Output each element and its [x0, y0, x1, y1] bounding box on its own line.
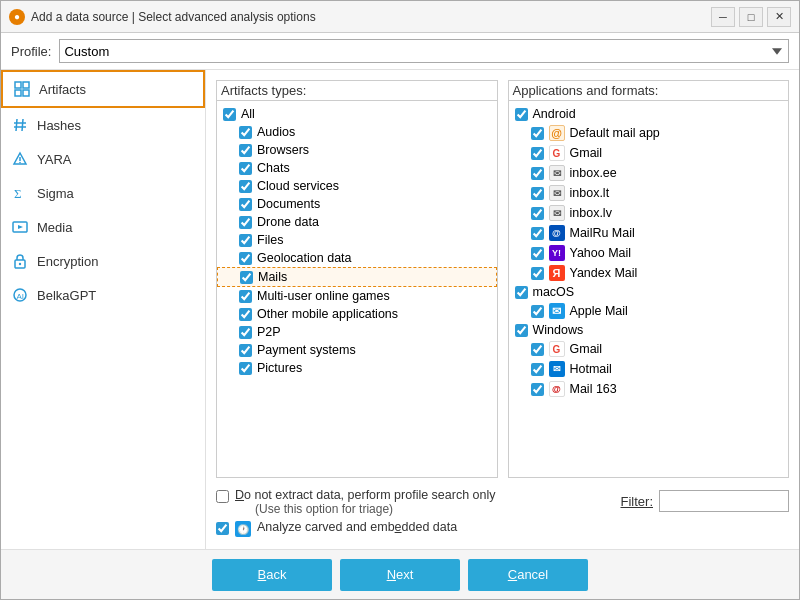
- artifacts-checkbox-other-mobile[interactable]: [239, 308, 252, 321]
- artifacts-item-files[interactable]: Files: [217, 231, 497, 249]
- apps-item-gmail-android[interactable]: G Gmail: [509, 143, 789, 163]
- artifacts-checkbox-p2p[interactable]: [239, 326, 252, 339]
- artifacts-item-chats[interactable]: Chats: [217, 159, 497, 177]
- artifacts-item-p2p[interactable]: P2P: [217, 323, 497, 341]
- maximize-button[interactable]: □: [739, 7, 763, 27]
- svg-text:AI: AI: [17, 292, 25, 301]
- close-button[interactable]: ✕: [767, 7, 791, 27]
- right-panel: Artifacts types: All Audios: [206, 70, 799, 549]
- apps-item-yahoo[interactable]: Y! Yahoo Mail: [509, 243, 789, 263]
- artifacts-checkbox-chats[interactable]: [239, 162, 252, 175]
- artifacts-item-audios[interactable]: Audios: [217, 123, 497, 141]
- artifacts-item-cloud[interactable]: Cloud services: [217, 177, 497, 195]
- artifacts-types-scroll[interactable]: All Audios Browsers Chats: [217, 101, 497, 477]
- apps-checkbox-default-mail[interactable]: [531, 127, 544, 140]
- apps-group-windows[interactable]: Windows: [509, 321, 789, 339]
- apps-checkbox-macos[interactable]: [515, 286, 528, 299]
- analyze-carved-row[interactable]: 🕐 Analyze carved and embedded data: [216, 518, 611, 539]
- apps-checkbox-hotmail[interactable]: [531, 363, 544, 376]
- apps-item-inbox-lt[interactable]: ✉ inbox.lt: [509, 183, 789, 203]
- clock-icon: 🕐: [235, 521, 251, 537]
- filter-input[interactable]: [659, 490, 789, 512]
- mail163-icon: @: [549, 381, 565, 397]
- artifacts-item-all[interactable]: All: [217, 105, 497, 123]
- do-not-extract-sublabel: (Use this option for triage): [255, 502, 496, 516]
- artifacts-checkbox-geolocation[interactable]: [239, 252, 252, 265]
- apps-formats-panel: Applications and formats: Android @ Defa…: [508, 80, 790, 478]
- artifacts-checkbox-payment[interactable]: [239, 344, 252, 357]
- artifacts-checkbox-audios[interactable]: [239, 126, 252, 139]
- apps-item-hotmail[interactable]: ✉ Hotmail: [509, 359, 789, 379]
- do-not-extract-checkbox[interactable]: [216, 490, 229, 503]
- apps-formats-header: Applications and formats:: [509, 81, 789, 101]
- sidebar-item-sigma[interactable]: Σ Sigma: [1, 176, 205, 210]
- sidebar: Artifacts Hashes: [1, 70, 206, 549]
- artifacts-item-drone[interactable]: Drone data: [217, 213, 497, 231]
- artifacts-item-geolocation[interactable]: Geolocation data: [217, 249, 497, 267]
- sidebar-item-media[interactable]: Media: [1, 210, 205, 244]
- apps-item-inbox-lv[interactable]: ✉ inbox.lv: [509, 203, 789, 223]
- lock-icon: [11, 252, 29, 270]
- apps-checkbox-gmail-android[interactable]: [531, 147, 544, 160]
- profile-label: Profile:: [11, 44, 51, 59]
- apps-checkbox-inbox-lv[interactable]: [531, 207, 544, 220]
- apps-checkbox-yandex[interactable]: [531, 267, 544, 280]
- sidebar-item-yara[interactable]: YARA: [1, 142, 205, 176]
- artifacts-item-other-mobile[interactable]: Other mobile applications: [217, 305, 497, 323]
- apps-item-yandex[interactable]: Я Yandex Mail: [509, 263, 789, 283]
- apps-item-default-mail[interactable]: @ Default mail app: [509, 123, 789, 143]
- apps-formats-scroll[interactable]: Android @ Default mail app G Gmail: [509, 101, 789, 477]
- grid-icon: [13, 80, 31, 98]
- sidebar-item-artifacts[interactable]: Artifacts: [1, 70, 205, 108]
- sidebar-label-hashes: Hashes: [37, 118, 81, 133]
- back-button[interactable]: Back: [212, 559, 332, 591]
- apps-item-gmail-windows[interactable]: G Gmail: [509, 339, 789, 359]
- artifacts-checkbox-cloud[interactable]: [239, 180, 252, 193]
- app-icon: ●: [9, 9, 25, 25]
- apps-checkbox-apple-mail[interactable]: [531, 305, 544, 318]
- artifacts-item-multiuser[interactable]: Multi-user online games: [217, 287, 497, 305]
- artifacts-item-pictures[interactable]: Pictures: [217, 359, 497, 377]
- artifacts-item-browsers[interactable]: Browsers: [217, 141, 497, 159]
- apps-group-android[interactable]: Android: [509, 105, 789, 123]
- artifacts-item-mails[interactable]: Mails: [217, 267, 497, 287]
- minimize-button[interactable]: ─: [711, 7, 735, 27]
- yahoo-icon: Y!: [549, 245, 565, 261]
- sidebar-item-belkagpt[interactable]: AI BelkaGPT: [1, 278, 205, 312]
- artifacts-item-documents[interactable]: Documents: [217, 195, 497, 213]
- next-button[interactable]: Next: [340, 559, 460, 591]
- apps-checkbox-inbox-ee[interactable]: [531, 167, 544, 180]
- apps-item-inbox-ee[interactable]: ✉ inbox.ee: [509, 163, 789, 183]
- artifacts-checkbox-drone[interactable]: [239, 216, 252, 229]
- apps-item-mail163[interactable]: @ Mail 163: [509, 379, 789, 399]
- media-icon: [11, 218, 29, 236]
- artifacts-checkbox-browsers[interactable]: [239, 144, 252, 157]
- apps-item-apple-mail[interactable]: ✉ Apple Mail: [509, 301, 789, 321]
- apps-checkbox-gmail-windows[interactable]: [531, 343, 544, 356]
- apps-checkbox-windows[interactable]: [515, 324, 528, 337]
- do-not-extract-row[interactable]: Do not extract data, perform profile sea…: [216, 486, 611, 518]
- apps-group-macos[interactable]: macOS: [509, 283, 789, 301]
- apps-checkbox-yahoo[interactable]: [531, 247, 544, 260]
- apps-checkbox-inbox-lt[interactable]: [531, 187, 544, 200]
- sidebar-label-artifacts: Artifacts: [39, 82, 86, 97]
- sidebar-label-sigma: Sigma: [37, 186, 74, 201]
- analyze-carved-checkbox[interactable]: [216, 522, 229, 535]
- sidebar-item-hashes[interactable]: Hashes: [1, 108, 205, 142]
- artifacts-checkbox-files[interactable]: [239, 234, 252, 247]
- apps-checkbox-mail163[interactable]: [531, 383, 544, 396]
- artifacts-checkbox-documents[interactable]: [239, 198, 252, 211]
- apps-checkbox-mailru[interactable]: [531, 227, 544, 240]
- cancel-button[interactable]: Cancel: [468, 559, 588, 591]
- artifacts-checkbox-pictures[interactable]: [239, 362, 252, 375]
- sidebar-item-encryption[interactable]: Encryption: [1, 244, 205, 278]
- artifacts-checkbox-mails[interactable]: [240, 271, 253, 284]
- artifacts-checkbox-all[interactable]: [223, 108, 236, 121]
- window-controls: ─ □ ✕: [711, 7, 791, 27]
- artifacts-item-payment[interactable]: Payment systems: [217, 341, 497, 359]
- artifacts-checkbox-multiuser[interactable]: [239, 290, 252, 303]
- profile-select[interactable]: Custom: [59, 39, 789, 63]
- apps-item-mailru[interactable]: @ MailRu Mail: [509, 223, 789, 243]
- sigma-icon: Σ: [11, 184, 29, 202]
- apps-checkbox-android[interactable]: [515, 108, 528, 121]
